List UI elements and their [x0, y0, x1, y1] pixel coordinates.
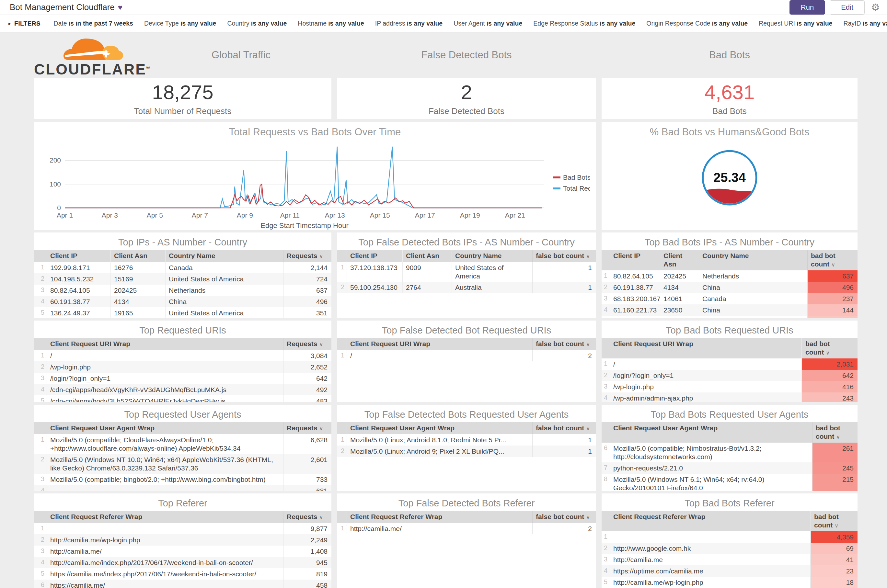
- column-header-sortable[interactable]: false bot count∨: [532, 422, 596, 434]
- sort-desc-icon[interactable]: ∨: [319, 514, 323, 520]
- table-row: 2http://www.google.com.hk69: [601, 543, 857, 554]
- column-header-sortable[interactable]: false bot count∨: [532, 338, 596, 350]
- table-row: 3/login/?login_only=1642: [34, 373, 331, 384]
- sort-desc-icon[interactable]: ∨: [319, 254, 323, 259]
- cloudflare-cloud-icon: [55, 36, 129, 61]
- sort-desc-icon[interactable]: ∨: [586, 514, 590, 520]
- column-header-sortable[interactable]: bad bot count∨: [802, 338, 857, 358]
- run-button[interactable]: Run: [789, 0, 825, 15]
- gauge-title: % Bad Bots vs Humans&Good Bots: [601, 126, 857, 138]
- table-cell: 19165: [111, 307, 165, 318]
- column-header-sortable[interactable]: bad bot count∨: [812, 422, 857, 442]
- count-cell: 41: [810, 554, 857, 566]
- filter-item[interactable]: Countryis any value: [227, 20, 287, 27]
- column-header: [601, 422, 610, 442]
- count-cell: 2,031: [802, 358, 857, 370]
- filter-item[interactable]: Hostnameis any value: [298, 20, 364, 27]
- column-header-sortable[interactable]: false bot count∨: [532, 250, 596, 262]
- x-tick-label: Apr 11: [280, 212, 300, 219]
- table-title: Top False Detected Bots Requested User A…: [337, 406, 596, 422]
- filter-item[interactable]: Device Typeis any value: [144, 20, 216, 27]
- sort-desc-icon[interactable]: ∨: [319, 426, 323, 431]
- dashboard-title: Bot Management Cloudflare ♥: [10, 2, 122, 12]
- table-cell: http://camilia.me/index.php/2017/06/17/w…: [47, 557, 283, 568]
- sort-desc-icon[interactable]: ∨: [826, 350, 830, 356]
- table-cell: /wp-admin/admin-ajax.php: [610, 392, 802, 402]
- table-card-top-user-agents: Top Requested User AgentsClient Request …: [34, 405, 331, 491]
- table-cell: Mozilla/5.0 (compatible; Nimbostratus-Bo…: [610, 442, 812, 462]
- sort-desc-icon[interactable]: ∨: [831, 262, 835, 267]
- filters-label[interactable]: FILTERS: [14, 20, 41, 27]
- table-card-top-false-bot-user-agents: Top False Detected Bots Requested User A…: [337, 405, 596, 491]
- table-cell: 37.120.138.173: [347, 262, 403, 282]
- table-row: 2/wp-login.php2,652: [34, 362, 331, 373]
- column-header-sortable[interactable]: bad bot count∨: [810, 511, 857, 531]
- row-number: 4: [34, 557, 47, 568]
- line-chart[interactable]: 0100200Apr 1Apr 3Apr 5Apr 7Apr 9Apr 11Ap…: [34, 139, 596, 230]
- row-number: 4: [601, 304, 610, 316]
- filter-item[interactable]: Request URIis any value: [759, 20, 832, 27]
- filter-bar: ▸ FILTERS Dateis in the past 7 weeksDevi…: [0, 15, 887, 32]
- table-row: 4681: [34, 485, 331, 491]
- table-card-top-bad-bot-uris: Top Bad Bots Requested URIsClient Reques…: [601, 321, 857, 402]
- column-header-sortable[interactable]: Requests∨: [283, 511, 331, 523]
- gauge-card-bad-bots-percent: % Bad Bots vs Humans&Good Bots 25.34: [601, 122, 857, 230]
- gauge[interactable]: 25.34: [601, 147, 857, 210]
- table-row: 1/2,031: [601, 358, 857, 370]
- sort-desc-icon[interactable]: ∨: [586, 426, 590, 431]
- column-header-sortable[interactable]: bad bot count∨: [807, 250, 857, 270]
- table-cell: 16276: [111, 262, 165, 273]
- table-title: Top Bad Bots IPs - AS Number - Country: [601, 234, 857, 250]
- sort-desc-icon[interactable]: ∨: [319, 342, 323, 347]
- column-header-sortable[interactable]: false bot count∨: [532, 511, 596, 523]
- count-cell: 4,359: [810, 531, 857, 543]
- table-cell: 202425: [660, 270, 699, 282]
- filter-item[interactable]: User Agentis any value: [454, 20, 522, 27]
- column-header: [337, 250, 347, 262]
- row-number: 4: [601, 392, 610, 402]
- table-row: 5/cdn-cgi/apps/body/3Lh52SjWTQ4HRlErJykH…: [34, 395, 331, 402]
- column-header-sortable[interactable]: Requests∨: [283, 338, 331, 350]
- table-header-row: Client IPClient AsnCountry Namebad bot c…: [601, 250, 857, 270]
- filter-item[interactable]: Edge Response Statusis any value: [533, 20, 635, 27]
- table-cell: /: [347, 350, 532, 362]
- row-number: 2: [34, 534, 47, 546]
- table-row: 19,877: [34, 523, 331, 534]
- filter-field: Origin Response Code: [646, 20, 710, 27]
- count-cell: 261: [812, 442, 857, 462]
- table-cell: 61.160.221.73: [610, 304, 660, 316]
- row-number: 1: [601, 358, 610, 370]
- filter-item[interactable]: IP addressis any value: [375, 20, 442, 27]
- column-header-sortable[interactable]: Requests∨: [283, 422, 331, 434]
- table-header-row: Client Request Referer Wrapbad bot count…: [601, 511, 857, 531]
- settings-gear-icon[interactable]: ⚙: [871, 2, 880, 13]
- table-cell: Netherlands: [699, 270, 807, 282]
- table-cell: [610, 531, 810, 543]
- chart-card-requests-vs-badbots: Total Requests vs Bad Bots Over Time 010…: [34, 122, 596, 230]
- filter-field: Request URI: [759, 20, 795, 27]
- table-title: Top Bad Bots Requested URIs: [601, 322, 857, 338]
- count-cell: 237: [807, 293, 857, 304]
- sort-desc-icon[interactable]: ∨: [836, 434, 840, 440]
- table-card-top-false-bot-uris: Top False Detected Bot Requested URIsCli…: [337, 321, 596, 402]
- row-number: 3: [601, 293, 610, 304]
- table-title: Top False Detected Bots Referer: [337, 495, 596, 511]
- count-cell: 492: [283, 384, 331, 395]
- metric-label: Bad Bots: [713, 106, 747, 116]
- count-cell: 483: [283, 395, 331, 402]
- edit-button[interactable]: Edit: [830, 0, 864, 15]
- sort-desc-icon[interactable]: ∨: [586, 254, 590, 259]
- table-cell: http://camilia.me: [610, 554, 810, 566]
- filter-item[interactable]: Origin Response Codeis any value: [646, 20, 748, 27]
- filter-item[interactable]: RayIDis any value: [843, 20, 887, 27]
- column-header-sortable[interactable]: Requests∨: [283, 250, 331, 262]
- gauge-value: 25.34: [713, 170, 746, 184]
- sort-desc-icon[interactable]: ∨: [586, 342, 590, 347]
- table-cell: Australia: [452, 282, 532, 293]
- filter-item[interactable]: Dateis in the past 7 weeks: [53, 20, 133, 27]
- table-row: 4https://uptime.com/camilia.me23: [601, 566, 857, 577]
- table-row: 6https://camilia.me/458: [34, 580, 331, 588]
- table-card-top-uris: Top Requested URIsClient Request URI Wra…: [34, 321, 331, 402]
- filters-expand-icon[interactable]: ▸: [8, 20, 11, 27]
- sort-desc-icon[interactable]: ∨: [834, 523, 838, 528]
